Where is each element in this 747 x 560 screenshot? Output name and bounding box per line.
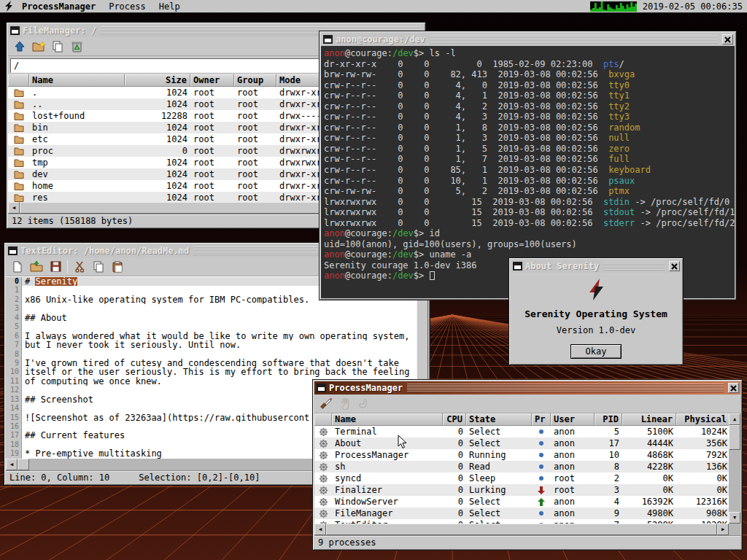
paste-button[interactable] bbox=[110, 260, 125, 274]
editor-line[interactable]: 3 bbox=[6, 304, 417, 313]
table-row[interactable]: Finalizer0Lurkingroot30K0K bbox=[314, 484, 729, 496]
save-button[interactable] bbox=[48, 260, 63, 274]
line-number: 11 bbox=[6, 377, 22, 386]
scroll-up-icon[interactable]: ▲ bbox=[729, 413, 740, 425]
column-header-Size[interactable]: Size bbox=[125, 74, 190, 87]
table-row[interactable]: WindowServer0Selectanon416392K12316K bbox=[314, 496, 729, 508]
line-number: 12 bbox=[6, 386, 22, 394]
table-row[interactable]: FileManager0Selectanon94980K908K bbox=[314, 508, 729, 519]
copy-button[interactable] bbox=[91, 260, 106, 274]
terminal-line: anon@courage:/dev$> id bbox=[324, 228, 732, 239]
terminal-line: crw-r--r-- 0 0 1, 7 2019-03-08 00:02:56 … bbox=[324, 154, 732, 165]
stop-process-button[interactable] bbox=[338, 397, 352, 411]
about-heading: Serenity Operating System bbox=[511, 308, 681, 319]
open-document-button[interactable] bbox=[29, 260, 44, 274]
processmanager-vertical-scrollbar[interactable]: ▲ ▼ bbox=[729, 413, 740, 524]
scroll-left-icon[interactable]: ◀ bbox=[8, 202, 20, 214]
process-table-header[interactable]: NameCPUStatePrUserPIDLinearPhysical bbox=[314, 413, 729, 426]
column-header-Physical[interactable]: Physical bbox=[676, 413, 729, 426]
terminal-titlebar[interactable]: anon@courage:/dev bbox=[321, 33, 735, 46]
processmanager-horizontal-scrollbar[interactable]: ◀ ▶ bbox=[314, 524, 740, 535]
column-header-Linear[interactable]: Linear bbox=[622, 413, 676, 426]
terminal-line: brw-rw-rw- 0 0 82, 413 2019-03-08 00:02:… bbox=[324, 69, 732, 80]
terminal-line: uid=100(anon), gid=100(users), groups=10… bbox=[324, 239, 732, 250]
close-icon[interactable] bbox=[722, 34, 733, 44]
clock[interactable]: 2019-02-05 00:06:35 bbox=[643, 1, 743, 12]
scroll-left-icon[interactable]: ◀ bbox=[6, 459, 18, 470]
folder-icon bbox=[14, 88, 24, 97]
close-icon[interactable] bbox=[728, 383, 739, 393]
column-header-CPU[interactable]: CPU bbox=[443, 413, 466, 426]
copy-button[interactable] bbox=[50, 39, 65, 54]
terminal-line: lrwxrwxrwx 0 0 15 2019-03-08 00:02:56 st… bbox=[324, 197, 732, 208]
table-row[interactable]: ProcessManager0Runninganon104868K792K bbox=[314, 449, 729, 461]
column-header-State[interactable]: State bbox=[466, 413, 532, 426]
go-up-button[interactable] bbox=[12, 39, 27, 54]
window-icon bbox=[8, 246, 18, 255]
editor-line[interactable]: 7but I never took it seriously. Until no… bbox=[6, 341, 417, 349]
folder-icon bbox=[14, 100, 24, 109]
column-header-PID[interactable]: PID bbox=[595, 413, 622, 426]
terminal-line: crw-r--r-- 0 0 1, 8 2019-03-08 00:02:56 … bbox=[324, 122, 732, 133]
terminal-line: crw-r--r-- 0 0 4, 2 2019-03-08 00:02:56 … bbox=[324, 101, 732, 112]
cpu-graph[interactable] bbox=[590, 1, 637, 12]
table-row[interactable]: syncd0Sleeproot20K0K bbox=[314, 472, 729, 484]
editor-line[interactable]: 10itself or the user seriously. This is … bbox=[6, 368, 417, 376]
scroll-down-icon[interactable]: ▼ bbox=[729, 512, 740, 524]
cursor-position: Line: 0, Column: 10 bbox=[9, 472, 109, 483]
new-document-button[interactable] bbox=[10, 260, 25, 274]
terminal-line: crw-r--r-- 0 0 85, 1 2019-03-08 00:02:56… bbox=[324, 165, 732, 176]
editor-line[interactable]: 4## About bbox=[6, 314, 417, 322]
gear-icon bbox=[319, 451, 328, 460]
line-number: 7 bbox=[6, 341, 22, 349]
column-header-User[interactable]: User bbox=[551, 413, 595, 426]
kill-process-button[interactable] bbox=[319, 397, 333, 411]
editor-line[interactable]: 9I've grown tired of cutesy and condesce… bbox=[6, 359, 417, 368]
menu-help[interactable]: Help bbox=[153, 1, 186, 12]
folder-icon bbox=[14, 123, 24, 132]
column-header-icon[interactable] bbox=[314, 413, 332, 426]
line-number: 10 bbox=[6, 368, 22, 376]
window-icon bbox=[10, 26, 20, 35]
new-folder-button[interactable] bbox=[31, 39, 46, 54]
serenity-logo-icon[interactable] bbox=[3, 1, 15, 12]
line-number: 14 bbox=[6, 404, 22, 413]
processmanager-titlebar[interactable]: ProcessManager bbox=[314, 381, 740, 394]
titlebar-stripes bbox=[603, 262, 665, 271]
line-number: 0 bbox=[6, 277, 22, 286]
close-icon[interactable] bbox=[669, 261, 680, 271]
scroll-left-icon[interactable]: ◀ bbox=[314, 524, 326, 535]
line-number: 8 bbox=[6, 350, 22, 359]
editor-line[interactable]: 8 bbox=[6, 350, 417, 359]
menu-app[interactable]: ProcessManager bbox=[16, 1, 101, 12]
table-row[interactable]: Terminal0Selectanon55100K1024K bbox=[314, 426, 729, 438]
column-header-Owner[interactable]: Owner bbox=[190, 74, 234, 87]
process-table: NameCPUStatePrUserPIDLinearPhysical Term… bbox=[314, 413, 740, 524]
table-row[interactable]: sh0Readanon84228K136K bbox=[314, 461, 729, 472]
okay-button[interactable]: Okay bbox=[570, 344, 622, 359]
column-header-Name[interactable]: Name bbox=[29, 74, 125, 87]
table-row[interactable]: About0Selectanon174444K356K bbox=[314, 438, 729, 449]
scroll-right-icon[interactable]: ▶ bbox=[717, 524, 729, 535]
editor-line[interactable]: 5 bbox=[6, 322, 417, 331]
column-header-Name[interactable]: Name bbox=[332, 413, 443, 426]
editor-line[interactable]: 6I always wondered what it would be like… bbox=[6, 332, 417, 341]
cut-button[interactable] bbox=[72, 260, 87, 274]
terminal-line: crw-rw-rw- 0 0 5, 2 2019-03-08 00:02:56 … bbox=[324, 186, 732, 197]
line-number: 5 bbox=[6, 322, 22, 331]
menu-process[interactable]: Process bbox=[103, 1, 152, 12]
line-number: 3 bbox=[6, 304, 22, 313]
gear-icon bbox=[319, 439, 328, 448]
line-text: ## About bbox=[22, 314, 417, 322]
column-header-icon[interactable] bbox=[8, 74, 29, 87]
continue-process-button[interactable] bbox=[357, 397, 371, 411]
delete-button[interactable] bbox=[69, 39, 84, 54]
titlebar-stripes bbox=[407, 384, 724, 392]
terminal-line: dr-xr-xr-x 0 0 0 1985-02-09 02:23:00 pts… bbox=[324, 59, 732, 70]
column-header-Group[interactable]: Group bbox=[234, 74, 276, 87]
folder-icon bbox=[14, 135, 24, 144]
mouse-cursor bbox=[398, 435, 407, 449]
about-titlebar[interactable]: About Serenity bbox=[511, 260, 681, 273]
priority-normal-icon bbox=[538, 464, 544, 470]
column-header-Pr[interactable]: Pr bbox=[532, 413, 551, 426]
